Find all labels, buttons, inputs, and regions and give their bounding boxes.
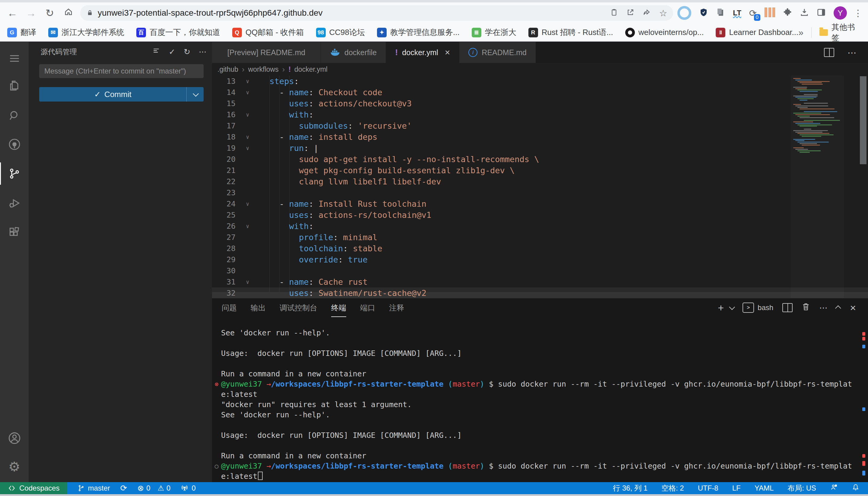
panel-tab-4[interactable]: 终端 [331, 298, 346, 317]
code-line[interactable]: 26∨ with: [212, 221, 868, 232]
commit-check-icon[interactable]: ✓ [169, 47, 175, 57]
code-line[interactable]: 14∨ - name: Checkout code [212, 87, 868, 98]
branch-indicator[interactable]: master [77, 484, 110, 492]
bookmark-item[interactable]: ✉浙江大学邮件系统 [48, 27, 124, 38]
code-line[interactable]: 28 toolchain: stable [212, 243, 868, 254]
code-line[interactable]: 23 [212, 187, 868, 198]
kill-terminal-icon[interactable] [802, 303, 810, 313]
refresh-icon[interactable]: ↻ [184, 47, 190, 57]
clipboard-icon[interactable] [610, 9, 618, 17]
language-mode[interactable]: YAML [754, 484, 774, 492]
code-line[interactable]: 22 clang llvm libelf1 libelf-dev [212, 176, 868, 187]
bookmark-item[interactable]: 98CC98论坛 [316, 27, 365, 38]
commit-dropdown[interactable] [186, 87, 204, 102]
browser-menu-icon[interactable]: ⋮ [854, 8, 863, 18]
tab-docker-yml[interactable]: ! docker.yml × [386, 42, 459, 63]
eol[interactable]: LF [732, 484, 741, 492]
share-icon[interactable] [643, 9, 650, 17]
commit-button[interactable]: ✓Commit [39, 87, 204, 102]
extensions-puzzle-icon[interactable] [783, 8, 792, 18]
code-line[interactable]: 30 [212, 265, 868, 276]
bookmark-item[interactable]: G翻译 [7, 27, 36, 38]
fold-chevron-icon[interactable]: ∨ [236, 198, 260, 210]
menu-hamburger-icon[interactable] [0, 45, 29, 72]
fold-chevron-icon[interactable]: ∨ [236, 142, 260, 154]
bookmark-item[interactable]: ≣学在浙大 [472, 27, 517, 38]
code-line[interactable]: 19∨ run: | [212, 142, 868, 154]
close-tab-icon[interactable]: × [445, 47, 450, 58]
account-icon[interactable] [0, 424, 29, 452]
keyboard-layout[interactable]: 布局: US [788, 483, 816, 493]
bookmark-item[interactable]: ‖Learner Dashboar... [716, 28, 798, 37]
cursor-position[interactable]: 行 36, 列 1 [613, 483, 647, 493]
panel-tab-3[interactable]: 调试控制台 [280, 298, 317, 317]
search-icon[interactable] [0, 102, 29, 129]
other-bookmarks[interactable]: 其他书签 [820, 22, 861, 43]
commit-message-input[interactable] [39, 64, 204, 78]
terminal[interactable]: See 'docker run --help'.Usage: docker ru… [212, 317, 868, 482]
fold-chevron-icon[interactable]: ∨ [236, 76, 260, 87]
fold-chevron-icon[interactable]: ∨ [236, 87, 260, 98]
breadcrumb-github[interactable]: .github [218, 65, 238, 74]
sync-badge-icon[interactable]: ⟳0 [749, 8, 757, 18]
code-line[interactable]: 15 uses: actions/checkout@v3 [212, 98, 868, 109]
extension-circle-icon[interactable] [677, 6, 691, 20]
editor-scrollbar[interactable] [859, 76, 867, 298]
downloads-icon[interactable] [800, 8, 809, 18]
extension-pages-icon[interactable] [716, 8, 725, 18]
notifications-bell-icon[interactable] [852, 483, 859, 493]
panel-more-icon[interactable]: ⋯ [819, 303, 827, 313]
github-icon[interactable] [0, 131, 29, 158]
encoding[interactable]: UTF-8 [698, 484, 718, 492]
extensions-icon[interactable] [0, 219, 29, 246]
open-in-new-icon[interactable] [626, 9, 634, 17]
editor-more-icon[interactable]: ⋯ [848, 47, 856, 58]
bookmark-item[interactable]: weloveinterns/op... [625, 28, 704, 37]
sync-indicator[interactable]: ⟳ [120, 483, 127, 493]
explorer-icon[interactable] [0, 72, 29, 99]
maximize-panel-icon[interactable] [835, 305, 841, 311]
code-line[interactable]: 25 uses: actions-rs/toolchain@v1 [212, 210, 868, 221]
fold-chevron-icon[interactable]: ∨ [236, 131, 260, 142]
panel-tab-1[interactable]: 问题 [222, 298, 237, 317]
code-editor[interactable]: 13∨ steps:14∨ - name: Checkout code15 us… [212, 76, 868, 298]
extension-shield-icon[interactable] [699, 8, 708, 18]
more-actions-icon[interactable]: ⋯ [199, 47, 207, 57]
terminal-dropdown-icon[interactable] [729, 304, 735, 310]
close-panel-icon[interactable]: × [850, 302, 856, 314]
code-line[interactable]: 31∨ - name: Cache rust [212, 276, 868, 288]
panel-tab-6[interactable]: 注释 [389, 298, 404, 317]
breadcrumb-file[interactable]: docker.yml [294, 65, 328, 74]
ports-indicator[interactable]: 0 [181, 484, 195, 492]
remote-indicator[interactable]: Codespaces [0, 482, 67, 494]
fold-chevron-icon[interactable]: ∨ [236, 221, 260, 232]
code-line[interactable]: 21 wget pkg-config build-essential zlib1… [212, 165, 868, 176]
editor-hscrollbar[interactable] [212, 292, 868, 298]
indentation[interactable]: 空格: 2 [661, 483, 684, 493]
shell-label[interactable]: bash [758, 304, 773, 312]
source-control-icon[interactable] [0, 160, 29, 187]
panel-tab-5[interactable]: 端口 [360, 298, 375, 317]
split-terminal-icon[interactable] [782, 303, 793, 312]
browser-avatar[interactable]: Y [834, 6, 847, 19]
code-line[interactable]: 18∨ - name: install deps [212, 131, 868, 142]
code-line[interactable]: 17 submodules: 'recursive' [212, 120, 868, 131]
tab-readme[interactable]: i README.md [459, 42, 536, 63]
bookmark-item[interactable]: ✦教学管理信息服务... [377, 27, 460, 38]
address-bar[interactable]: yunwei37-potential-space-trout-rpr5qwj66… [80, 5, 673, 21]
reload-icon[interactable]: ↻ [41, 7, 59, 19]
code-line[interactable]: 13∨ steps: [212, 76, 868, 87]
breadcrumb[interactable]: .github › workflows › ! docker.yml [212, 63, 868, 76]
code-line[interactable]: 27 profile: minimal [212, 232, 868, 243]
run-debug-icon[interactable] [0, 189, 29, 217]
new-terminal-icon[interactable]: + [718, 302, 724, 314]
bookmark-item[interactable]: QQQ邮箱 - 收件箱 [232, 27, 304, 38]
minimap[interactable] [791, 76, 844, 298]
bookmark-item[interactable]: RRust 招聘 - Rust语... [528, 27, 613, 38]
bookmarks-overflow-icon[interactable]: » [798, 27, 804, 38]
forward-icon[interactable]: → [22, 7, 41, 19]
bookmark-star-icon[interactable]: ☆ [659, 8, 667, 18]
panel-tab-2[interactable]: 输出 [251, 298, 266, 317]
split-editor-icon[interactable] [824, 48, 834, 57]
code-line[interactable]: 24∨ - name: Install Rust toolchain [212, 198, 868, 210]
